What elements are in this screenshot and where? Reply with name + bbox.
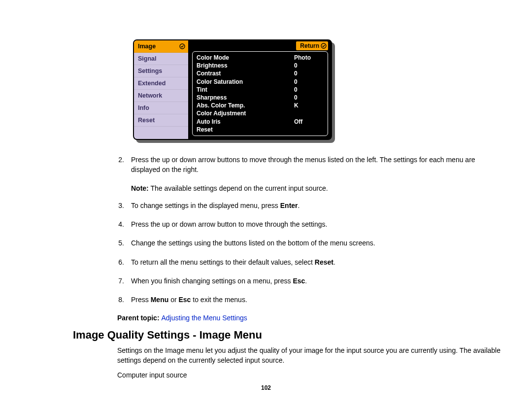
osd-row: Auto IrisOff	[197, 118, 324, 126]
parent-topic: Parent topic: Adjusting the Menu Setting…	[117, 314, 532, 322]
section-paragraph: Computer input source	[117, 370, 502, 380]
step-number: 6.	[109, 257, 124, 273]
osd-side-signal: Signal	[134, 53, 188, 65]
step-number: 7.	[109, 276, 124, 292]
osd-row: Sharpness0	[197, 94, 324, 102]
step-text: Change the settings using the buttons li…	[131, 238, 502, 248]
note-block: Note: The available settings depend on t…	[131, 183, 532, 193]
osd-side-network: Network	[134, 90, 188, 102]
osd-side-info: Info	[134, 102, 188, 114]
enter-icon	[179, 43, 185, 49]
osd-side-label: Image	[138, 43, 156, 50]
osd-row: Tint0	[197, 86, 324, 94]
section-heading: Image Quality Settings - Image Menu	[73, 329, 532, 342]
projector-osd-menu: Image Signal Settings Extended Network I…	[133, 39, 332, 140]
osd-row: Color Saturation0	[197, 78, 324, 86]
note-text: The available settings depend on the cur…	[149, 184, 328, 192]
step-text: Press the up or down arrow button to mov…	[131, 219, 502, 229]
section-paragraph: Settings on the Image menu let you adjus…	[117, 345, 502, 366]
osd-row: Abs. Color Temp.K	[197, 102, 324, 109]
osd-main: Return Color ModePhoto Brightness0 Contr…	[189, 40, 331, 139]
parent-topic-label: Parent topic:	[117, 314, 161, 322]
page-number: 102	[0, 384, 532, 391]
step-text: When you finish changing settings on a m…	[131, 276, 502, 286]
instructions-list: 2. Press the up or down arrow buttons to…	[0, 155, 532, 311]
step-number: 3.	[109, 201, 124, 216]
step-number: 8.	[109, 295, 124, 310]
osd-row: Color ModePhoto	[197, 54, 324, 62]
parent-topic-link[interactable]: Adjusting the Menu Settings	[161, 314, 247, 322]
step-text: To return all the menu settings to their…	[131, 257, 502, 267]
enter-icon	[321, 43, 327, 49]
osd-return-button: Return	[296, 41, 328, 50]
step-number: 5.	[109, 238, 124, 254]
step-number: 4.	[109, 219, 124, 235]
osd-side-settings: Settings	[134, 65, 188, 77]
step-text: Press Menu or Esc to exit the menus.	[131, 295, 502, 305]
step-text: Press the up or down arrow buttons to mo…	[131, 155, 502, 175]
osd-row: Brightness0	[197, 62, 324, 69]
osd-row: Contrast0	[197, 69, 324, 77]
note-label: Note:	[131, 184, 149, 192]
osd-settings-panel: Color ModePhoto Brightness0 Contrast0 Co…	[192, 51, 328, 136]
osd-sidebar: Image Signal Settings Extended Network I…	[134, 40, 189, 139]
osd-side-image: Image	[134, 40, 188, 53]
osd-row: Color Adjustment	[197, 109, 324, 117]
osd-side-reset: Reset	[134, 114, 188, 127]
osd-row: Reset	[197, 126, 324, 134]
step-text: To change settings in the displayed menu…	[131, 201, 502, 210]
osd-side-extended: Extended	[134, 77, 188, 90]
step-number: 2.	[109, 155, 124, 181]
